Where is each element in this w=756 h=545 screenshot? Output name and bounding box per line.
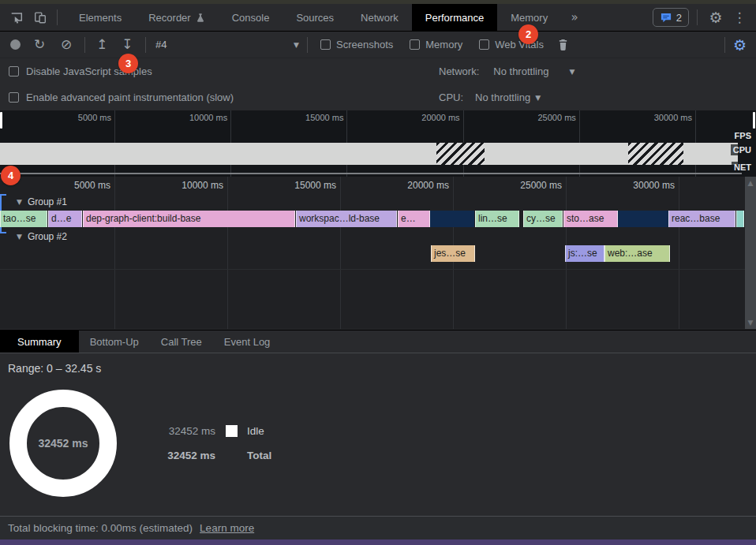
disable-js-samples-checkbox[interactable] xyxy=(9,66,19,77)
flame-bar[interactable]: jes…se xyxy=(431,245,475,262)
flame-tick-label: 25000 ms xyxy=(520,180,562,191)
tab-label: Elements xyxy=(79,12,122,24)
tab-label: Recorder xyxy=(148,12,190,24)
tab-elements[interactable]: Elements xyxy=(65,4,135,32)
scroll-down-icon[interactable]: ▼ xyxy=(748,316,754,329)
checkbox-box[interactable] xyxy=(320,39,331,50)
capture-options: ScreenshotsMemoryWeb Vitals xyxy=(320,39,544,50)
flame-bar[interactable]: dep-graph-client:build-base xyxy=(83,211,295,227)
group-header[interactable]: ▼Group #2 xyxy=(0,229,742,245)
overview-right-handle[interactable] xyxy=(753,112,755,129)
network-throttling-label: Network: xyxy=(439,65,479,77)
group-header[interactable]: ▼Group #1 xyxy=(0,194,742,210)
overview-tick-label: 10000 ms xyxy=(189,113,227,122)
lane-label-cpu: CPU xyxy=(731,144,754,155)
flame-bar[interactable]: reac…base xyxy=(668,211,735,227)
flame-bar[interactable]: lin…se xyxy=(475,211,519,227)
chevron-down-icon: ▼ xyxy=(294,41,299,49)
cpu-throttling-select[interactable]: CPU: No throttling ▼ xyxy=(439,91,541,103)
total-blocking-time-text: Total blocking time: 0.00ms (estimated) xyxy=(8,522,193,534)
overview-left-handle[interactable] xyxy=(0,112,2,129)
tab-label: Performance xyxy=(425,12,484,24)
flame-bar[interactable]: cy…se xyxy=(523,211,563,227)
history-select[interactable]: #4 ▼ xyxy=(155,39,299,50)
tab-label: Network xyxy=(361,12,399,24)
collapse-triangle-icon[interactable]: ▼ xyxy=(17,233,22,241)
desktop-strip-bottom xyxy=(0,539,756,545)
separator xyxy=(57,9,58,25)
tab-sources[interactable]: Sources xyxy=(283,4,347,32)
lane-label-fps: FPS xyxy=(732,130,754,141)
flame-bar[interactable]: workspac…ld-base xyxy=(296,211,397,227)
flame-bar[interactable]: js:…se xyxy=(565,245,604,262)
save-profile-icon[interactable]: ↧ xyxy=(115,33,139,57)
flame-bar[interactable]: sto…ase xyxy=(563,211,618,227)
summary-pane: Range: 0 – 32.45 s 32452 ms 32452 msIdle… xyxy=(0,353,756,516)
cpu-busy-hatch xyxy=(436,143,485,165)
chevron-down-icon: ▼ xyxy=(535,94,541,102)
tab-console[interactable]: Console xyxy=(219,4,283,32)
load-profile-icon[interactable]: ↥ xyxy=(90,33,114,57)
tab-call-tree[interactable]: Call Tree xyxy=(150,330,213,353)
legend-row: 32452 msIdle xyxy=(162,423,294,439)
flame-bar[interactable]: d…e xyxy=(48,211,82,227)
tab-network[interactable]: Network xyxy=(347,4,412,32)
flame-bar[interactable]: tao…se xyxy=(0,211,47,227)
more-options-icon[interactable]: ⋮ xyxy=(728,6,751,29)
overview-tick-label: 30000 ms xyxy=(654,113,692,122)
chat-bubble-icon xyxy=(660,12,672,24)
flame-gap xyxy=(618,211,668,227)
inspect-element-icon[interactable] xyxy=(5,6,28,29)
advanced-paint-label: Enable advanced paint instrumentation (s… xyxy=(26,91,234,103)
flame-bar[interactable]: web:…ase xyxy=(604,245,670,262)
flame-chart[interactable]: 5000 ms10000 ms15000 ms20000 ms25000 ms3… xyxy=(0,177,756,329)
flame-bar-row: jes…sejs:…seweb:…ase xyxy=(0,245,745,262)
devtools-window: ElementsRecorderConsoleSourcesNetworkPer… xyxy=(0,0,756,545)
checkbox-screenshots[interactable]: Screenshots xyxy=(320,39,393,50)
footer-bar: Total blocking time: 0.00ms (estimated) … xyxy=(0,517,756,539)
separator xyxy=(724,37,725,53)
flame-bar[interactable]: e… xyxy=(398,211,430,227)
collapse-triangle-icon[interactable]: ▼ xyxy=(17,198,22,206)
record-button[interactable] xyxy=(10,39,21,50)
trash-icon[interactable] xyxy=(552,33,575,57)
checkbox-memory[interactable]: Memory xyxy=(410,39,462,50)
issues-count: 2 xyxy=(676,12,682,24)
checkbox-box[interactable] xyxy=(479,39,489,50)
capture-settings-gear-icon[interactable]: ⚙ xyxy=(733,36,747,54)
vertical-scrollbar[interactable]: ▲ ▼ xyxy=(745,177,756,329)
device-toolbar-icon[interactable] xyxy=(28,6,52,29)
flame-bar[interactable] xyxy=(736,211,744,227)
lane-label-net: NET xyxy=(732,162,754,173)
tab-bottom-up[interactable]: Bottom-Up xyxy=(79,330,150,353)
annotation-badge-2: 2 xyxy=(518,24,538,44)
tab-performance[interactable]: Performance xyxy=(412,4,497,32)
reload-and-record-icon[interactable]: ↻ xyxy=(28,33,51,57)
network-throttling-select[interactable]: Network: No throttling ▼ xyxy=(439,65,574,77)
cpu-throttling-label: CPU: xyxy=(439,91,463,103)
advanced-paint-checkbox[interactable] xyxy=(9,92,19,103)
flame-tick-label: 15000 ms xyxy=(294,180,336,191)
panel-tabs: ElementsRecorderConsoleSourcesNetworkPer… xyxy=(65,4,561,32)
checkbox-box[interactable] xyxy=(410,39,420,50)
devtools-tabbar: ElementsRecorderConsoleSourcesNetworkPer… xyxy=(0,4,756,32)
issues-badge[interactable]: 2 xyxy=(653,8,689,27)
learn-more-link[interactable]: Learn more xyxy=(200,522,254,534)
separator xyxy=(145,37,146,53)
timeline-overview[interactable]: 5000 ms10000 ms15000 ms20000 ms25000 ms3… xyxy=(0,110,756,177)
tab-label: Memory xyxy=(511,12,548,24)
more-tabs-icon[interactable]: » xyxy=(563,6,586,29)
scroll-up-icon[interactable]: ▲ xyxy=(748,177,754,189)
flame-gap xyxy=(430,211,474,227)
donut-center-label: 32452 ms xyxy=(9,390,117,497)
tab-recorder[interactable]: Recorder xyxy=(135,4,218,32)
chevron-down-icon: ▼ xyxy=(569,68,574,76)
tab-summary[interactable]: Summary xyxy=(0,330,79,353)
settings-gear-icon[interactable]: ⚙ xyxy=(704,6,728,29)
clear-recording-icon[interactable]: ⊘ xyxy=(54,33,78,57)
tab-event-log[interactable]: Event Log xyxy=(213,330,282,353)
performance-toolbar: ↻ ⊘ ↥ ↧ #4 ▼ ScreenshotsMemoryWeb Vitals… xyxy=(0,32,756,58)
flame-bar-row: tao…sed…edep-graph-client:build-basework… xyxy=(0,211,745,227)
network-throttling-value: No throttling xyxy=(493,65,548,77)
overview-tick-label: 15000 ms xyxy=(305,113,343,122)
